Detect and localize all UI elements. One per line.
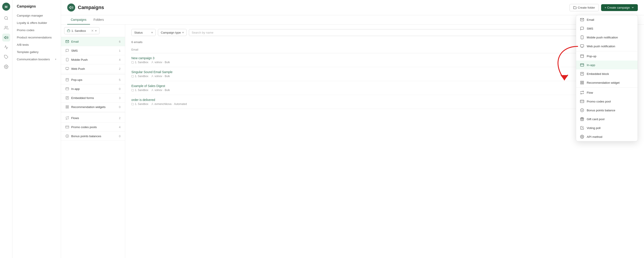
svg-point-37 (152, 103, 153, 104)
svg-point-35 (152, 75, 153, 76)
create-folder-button[interactable]: Create folder (570, 4, 599, 11)
svg-rect-21 (68, 107, 68, 108)
dropdown-divider-1 (576, 51, 638, 51)
sandbox-select[interactable]: 1. Sandbox ✕ ▾ (64, 27, 100, 34)
search-input[interactable] (189, 29, 627, 36)
sidebar-item-template-gallery[interactable]: Template gallery (12, 48, 61, 56)
dropdown-item-web-push[interactable]: Web push notification (576, 42, 638, 51)
table-row: New campaign 3 1. Sandbox volnov · Bulk (131, 53, 638, 67)
content-area: 1. Sandbox ✕ ▾ Email 6 SMS 1 (61, 24, 644, 258)
create-campaign-dropdown: Email SMS Mobile push notification Web p… (576, 15, 638, 141)
svg-rect-11 (66, 78, 68, 81)
campaign-name-3[interactable]: Example of Sales Digest (131, 84, 594, 88)
campaign-name-4[interactable]: order is delivered (131, 98, 594, 102)
analytics-icon-btn[interactable] (2, 43, 10, 51)
mobile-push-icon (580, 35, 584, 39)
svg-rect-6 (67, 30, 70, 32)
svg-point-0 (4, 16, 7, 19)
campaign-type-list: 1. Sandbox ✕ ▾ Email 6 SMS 1 (61, 24, 125, 258)
svg-rect-51 (582, 83, 584, 84)
dropdown-item-gift-card-pool[interactable]: Gift card pool (576, 115, 638, 123)
create-campaign-button[interactable]: + Create campaign (601, 4, 638, 11)
campaign-type-promo-codes-pools[interactable]: Promo codes pools 4 (61, 123, 125, 132)
svg-rect-49 (580, 81, 582, 82)
recommendation-widget-icon (580, 81, 584, 85)
campaign-type-recommendation-widgets[interactable]: Recommendation widgets 0 (61, 102, 125, 112)
svg-marker-5 (70, 6, 71, 9)
dropdown-item-api-method[interactable]: API method (576, 132, 638, 141)
dropdown-item-inapp[interactable]: In-app (576, 60, 638, 69)
svg-rect-19 (66, 106, 67, 107)
campaign-type-flows[interactable]: Flows 2 (61, 114, 125, 123)
campaign-type-inapp[interactable]: In-app 0 (61, 84, 125, 93)
main-content: Campaigns Create folder + Create campaig… (61, 0, 644, 258)
campaigns-icon-btn[interactable] (2, 33, 10, 41)
api-method-icon (580, 135, 584, 139)
sidebar-title: Campaigns (12, 4, 61, 12)
campaign-type-filter[interactable]: Campaign type ▾ (158, 29, 187, 36)
list-divider-2 (61, 112, 125, 113)
campaign-type-popups[interactable]: Pop-ups 5 (61, 75, 125, 84)
campaign-type-web-push[interactable]: Web Push 2 (61, 64, 125, 73)
dropdown-item-recommendation-widget[interactable]: Recommendation widget (576, 78, 638, 87)
campaign-name-2[interactable]: Singular Sound Email Sample (131, 70, 594, 74)
svg-rect-22 (66, 107, 67, 108)
svg-point-60 (582, 136, 583, 137)
svg-rect-50 (582, 81, 584, 82)
sidebar-item-ab-tests[interactable]: A/B tests (12, 41, 61, 48)
svg-marker-2 (4, 36, 6, 39)
sidebar-item-promo-codes[interactable]: Promo codes (12, 26, 61, 34)
gift-card-icon (580, 117, 584, 121)
tab-campaigns[interactable]: Campaigns (67, 15, 90, 24)
svg-rect-23 (66, 126, 69, 128)
avatar[interactable]: M (2, 3, 10, 10)
table-row: Singular Sound Email Sample 1. Sandbox v… (131, 67, 638, 81)
dropdown-item-sms[interactable]: SMS (576, 24, 638, 33)
svg-rect-41 (580, 45, 584, 47)
dropdown-item-promo-codes-pool[interactable]: Promo codes pool (576, 97, 638, 106)
main-header: Campaigns Create folder + Create campaig… (61, 0, 644, 15)
campaign-type-email[interactable]: Email 6 (61, 37, 125, 46)
col-header-email: Email (131, 48, 594, 51)
settings-icon-btn[interactable] (2, 63, 10, 71)
in-app-icon (580, 63, 584, 67)
dropdown-item-flow[interactable]: Flow (576, 88, 638, 97)
campaign-type-sms[interactable]: SMS 1 (61, 46, 125, 55)
search-icon-btn[interactable] (2, 14, 10, 22)
dropdown-item-bonus-points-balance[interactable]: Bonus points balance (576, 106, 638, 115)
sidebar: Campaigns Campaign manager Loyalty & off… (12, 0, 61, 258)
svg-rect-13 (66, 88, 68, 90)
puzzle-icon-btn[interactable] (2, 53, 10, 61)
campaign-type-embedded-forms[interactable]: Embedded forms 3 (61, 93, 125, 102)
dropdown-item-popup[interactable]: Pop-up (576, 52, 638, 60)
svg-rect-52 (580, 83, 582, 84)
header-icon (67, 3, 75, 11)
main-panel: Status ▾ Campaign type ▾ 6 emails (125, 24, 644, 258)
svg-rect-20 (68, 106, 68, 107)
people-icon-btn[interactable] (2, 24, 10, 32)
campaign-name-1[interactable]: New campaign 3 (131, 56, 594, 60)
flow-icon (580, 91, 584, 95)
campaign-type-bonus-points[interactable]: Bonus points balances 0 (61, 132, 125, 141)
email-count: 6 emails (131, 40, 638, 44)
dropdown-item-email[interactable]: Email (576, 15, 638, 24)
sidebar-item-product-recommendations[interactable]: Product recommendations (12, 34, 61, 41)
svg-point-1 (5, 26, 6, 28)
svg-rect-10 (66, 67, 68, 69)
sidebar-item-campaign-manager[interactable]: Campaign manager (12, 12, 61, 19)
dropdown-divider-2 (576, 87, 638, 88)
status-filter[interactable]: Status ▾ (131, 29, 156, 36)
svg-point-36 (152, 89, 153, 90)
dropdown-item-voting-poll[interactable]: Voting poll (576, 123, 638, 132)
tabs: Campaigns Folders (61, 15, 644, 24)
dropdown-item-embedded-block[interactable]: Embedded block (576, 69, 638, 78)
tab-folders[interactable]: Folders (90, 15, 108, 24)
dropdown-item-mobile-push[interactable]: Mobile push notification (576, 33, 638, 42)
svg-rect-44 (580, 64, 584, 66)
campaign-type-mobile-push[interactable]: Mobile Push 4 (61, 55, 125, 64)
list-divider-1 (61, 74, 125, 74)
sidebar-item-loyalty-offers[interactable]: Loyalty & offers builder (12, 19, 61, 26)
icon-bar: M (0, 0, 12, 258)
email-icon (580, 18, 584, 22)
sidebar-item-communication-boosters[interactable]: Communication boosters ▾ (12, 56, 61, 63)
